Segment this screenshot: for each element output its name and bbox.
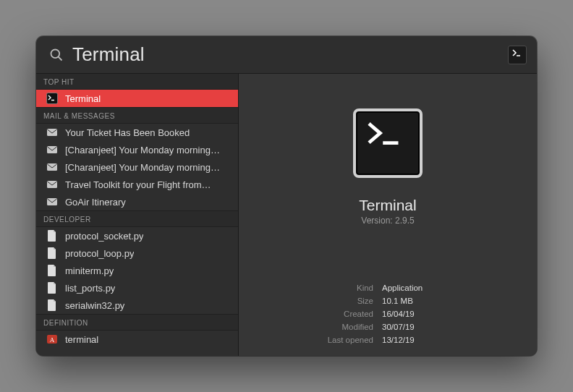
category-definition: DEFINITION: [36, 314, 238, 331]
meta-value: 30/07/19: [382, 321, 415, 333]
meta-key: Size: [252, 295, 382, 307]
list-item[interactable]: GoAir Itinerary: [36, 193, 238, 210]
results-list: TOP HIT Terminal MAIL & MESSAGES Your Ti…: [36, 74, 239, 356]
result-label: list_ports.py: [65, 283, 115, 294]
list-item[interactable]: miniterm.py: [36, 262, 238, 279]
result-label: protocol_loop.py: [65, 248, 134, 259]
meta-value: 10.1 MB: [382, 295, 413, 307]
preview-pane: Terminal Version: 2.9.5 KindApplicationS…: [239, 74, 537, 356]
preview-app-icon: [353, 108, 423, 178]
spotlight-window: TOP HIT Terminal MAIL & MESSAGES Your Ti…: [36, 36, 537, 356]
mail-icon: [46, 179, 58, 190]
category-mail: MAIL & MESSAGES: [36, 107, 238, 124]
meta-value: Application: [382, 282, 423, 294]
list-item[interactable]: [Charanjeet] Your Monday morning…: [36, 141, 238, 158]
list-item[interactable]: [Charanjeet] Your Monday morning…: [36, 158, 238, 176]
svg-rect-9: [47, 198, 57, 205]
result-label: protocol_socket.py: [65, 231, 143, 242]
search-icon: [49, 48, 64, 62]
result-label: miniterm.py: [65, 265, 114, 276]
search-input[interactable]: [72, 43, 508, 66]
meta-row: KindApplication: [252, 282, 524, 294]
document-icon: [46, 282, 58, 294]
results-body: TOP HIT Terminal MAIL & MESSAGES Your Ti…: [36, 74, 537, 356]
mail-icon: [46, 196, 58, 208]
result-label: [Charanjeet] Your Monday morning…: [65, 162, 220, 173]
preview-metadata: KindApplicationSize10.1 MBCreated16/04/1…: [252, 282, 524, 346]
result-label: Your Ticket Has Been Booked: [65, 127, 190, 138]
meta-value: 16/04/19: [382, 308, 415, 320]
dictionary-icon: A: [46, 333, 58, 345]
search-bar: [36, 36, 537, 74]
preview-subtitle: Version: 2.9.5: [361, 216, 414, 226]
meta-row: Size10.1 MB: [252, 295, 524, 307]
svg-rect-3: [47, 93, 58, 104]
svg-rect-6: [47, 146, 57, 153]
meta-row: Last opened13/12/19: [252, 334, 524, 346]
svg-point-0: [51, 49, 60, 58]
svg-rect-5: [47, 129, 57, 136]
result-label: Terminal: [65, 93, 101, 104]
mail-icon: [46, 161, 58, 173]
svg-rect-8: [47, 181, 57, 188]
document-icon: [46, 265, 58, 276]
meta-row: Created16/04/19: [252, 308, 524, 320]
mail-icon: [46, 144, 58, 155]
list-item[interactable]: protocol_socket.py: [36, 227, 238, 244]
svg-line-1: [59, 56, 62, 60]
result-label: terminal: [65, 334, 98, 345]
list-item[interactable]: Your Ticket Has Been Booked: [36, 124, 238, 141]
result-label: serialwin32.py: [65, 300, 124, 311]
meta-value: 13/12/19: [382, 334, 415, 346]
list-item[interactable]: list_ports.py: [36, 279, 238, 297]
result-label: [Charanjeet] Your Monday morning…: [65, 145, 220, 155]
result-label: GoAir Itinerary: [65, 197, 126, 208]
svg-text:A: A: [50, 336, 55, 344]
svg-rect-7: [47, 163, 57, 171]
terminal-icon: [46, 93, 58, 104]
document-icon: [46, 247, 58, 259]
list-item[interactable]: serialwin32.py: [36, 297, 238, 314]
meta-key: Modified: [252, 321, 382, 333]
mail-icon: [46, 127, 58, 138]
result-terminal[interactable]: Terminal: [36, 90, 238, 107]
meta-row: Modified30/07/19: [252, 321, 524, 333]
result-label: Travel Toolkit for your Flight from…: [65, 179, 211, 190]
meta-key: Created: [252, 308, 382, 320]
category-developer: DEVELOPER: [36, 210, 238, 227]
list-item[interactable]: protocol_loop.py: [36, 244, 238, 262]
list-item[interactable]: Travel Toolkit for your Flight from…: [36, 176, 238, 193]
meta-key: Kind: [252, 282, 382, 294]
category-top-hit: TOP HIT: [36, 74, 238, 90]
meta-key: Last opened: [252, 334, 382, 346]
document-icon: [46, 299, 58, 311]
document-icon: [46, 230, 58, 242]
terminal-mini-icon: [508, 46, 527, 64]
list-item[interactable]: Aterminal: [36, 331, 238, 348]
preview-title: Terminal: [359, 197, 416, 214]
